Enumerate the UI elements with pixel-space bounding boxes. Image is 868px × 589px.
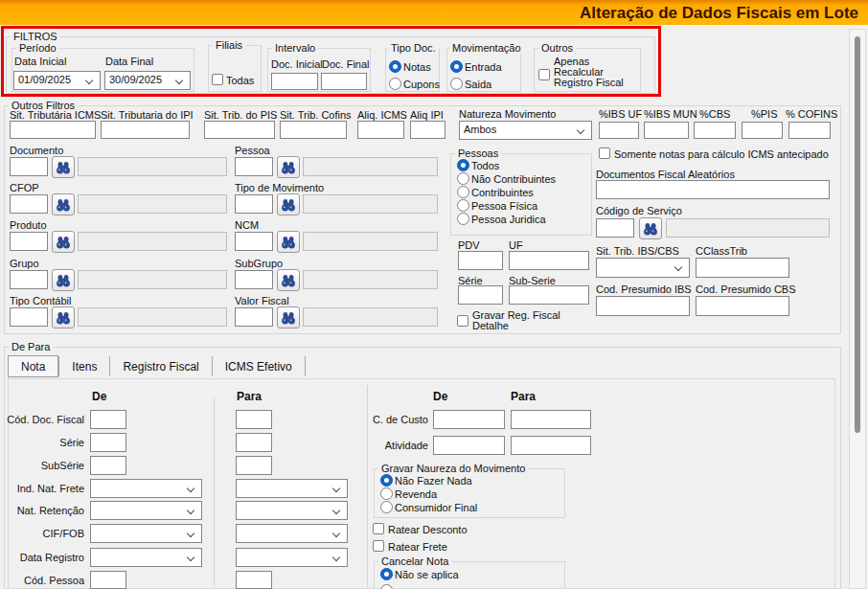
doc-fiscal-aleatorios-input[interactable] bbox=[596, 180, 830, 199]
cofins-input[interactable] bbox=[788, 122, 831, 139]
cfop-search-button[interactable] bbox=[52, 193, 75, 215]
cif-fob-de-select[interactable] bbox=[90, 524, 202, 543]
sit-tributaria-ipi-input[interactable] bbox=[101, 121, 190, 139]
cod-pessoa-de-input[interactable] bbox=[90, 571, 126, 589]
pessoas-pessoa-fisica-label: Pessoa Física bbox=[471, 200, 537, 212]
tab-itens[interactable]: Itens bbox=[59, 355, 109, 377]
revenda-radio[interactable] bbox=[380, 487, 393, 500]
subgrupo-input[interactable] bbox=[235, 270, 273, 289]
atividade-de-input[interactable] bbox=[433, 436, 505, 455]
pessoas-contribuintes-radio[interactable] bbox=[457, 186, 469, 198]
data-final-select[interactable]: 30/09/2025 bbox=[104, 71, 191, 90]
data-registro-de-select[interactable] bbox=[90, 548, 202, 567]
ratear-desconto-checkbox[interactable] bbox=[373, 523, 384, 534]
cod-presumido-cbs-input[interactable] bbox=[696, 296, 789, 316]
vertical-scrollbar-thumb[interactable] bbox=[855, 36, 860, 433]
pessoa-search-button[interactable] bbox=[277, 156, 300, 178]
tipo-contabil-search-button[interactable] bbox=[52, 306, 75, 328]
produto-search-button[interactable] bbox=[52, 231, 75, 253]
entrada-radio[interactable] bbox=[450, 60, 463, 73]
cbs-input[interactable] bbox=[694, 122, 736, 139]
pessoas-pessoa-juridica-radio[interactable] bbox=[457, 213, 469, 225]
grupo-search-button[interactable] bbox=[52, 269, 75, 291]
nat-retencao-para-select[interactable] bbox=[236, 501, 348, 520]
ratear-frete-checkbox[interactable] bbox=[373, 540, 384, 552]
cod-presumido-ibs-input[interactable] bbox=[596, 296, 690, 316]
pdv-label: PDV bbox=[458, 239, 480, 251]
valor-fiscal-input[interactable] bbox=[235, 307, 273, 327]
ncm-input[interactable] bbox=[235, 232, 273, 251]
ind-nat-frete-de-select[interactable] bbox=[90, 479, 202, 498]
subserie-de-input[interactable] bbox=[90, 456, 126, 475]
aliq-ipi-input[interactable] bbox=[410, 121, 445, 139]
data-registro-para-select[interactable] bbox=[236, 548, 348, 567]
atividade-para-input[interactable] bbox=[511, 436, 591, 455]
valor-fiscal-description-field bbox=[303, 307, 438, 327]
ncm-search-button[interactable] bbox=[277, 231, 300, 253]
subgrupo-search-button[interactable] bbox=[277, 269, 300, 291]
sit-trib-cofins-input[interactable] bbox=[280, 121, 347, 139]
cod-pessoa-para-input[interactable] bbox=[236, 571, 272, 589]
produto-label: Produto bbox=[10, 219, 47, 231]
window-title: Alteração de Dados Fiscais em Lote bbox=[580, 0, 858, 25]
left-de-header: De bbox=[92, 390, 106, 403]
c-de-custo-para-input[interactable] bbox=[511, 410, 591, 429]
c-de-custo-de-input[interactable] bbox=[433, 410, 505, 429]
data-inicial-select[interactable]: 01/09/2025 bbox=[13, 71, 101, 90]
valor-fiscal-search-button[interactable] bbox=[277, 306, 300, 328]
nao-fazer-nada-label: Não Fazer Nada bbox=[395, 475, 472, 487]
cclasstrib-input[interactable] bbox=[696, 258, 789, 278]
natureza-movimento-select[interactable]: Ambos bbox=[459, 121, 592, 140]
ibs-mun-input[interactable] bbox=[644, 122, 689, 139]
documento-input[interactable] bbox=[10, 157, 48, 176]
codigo-servico-input[interactable] bbox=[596, 218, 634, 238]
saida-radio[interactable] bbox=[450, 78, 463, 90]
todas-checkbox[interactable] bbox=[212, 74, 223, 85]
cod-doc-fiscal-para-input[interactable] bbox=[236, 410, 272, 429]
tipo-movimento-search-button[interactable] bbox=[277, 193, 300, 215]
ind-nat-frete-para-select[interactable] bbox=[236, 479, 348, 498]
uf-input[interactable] bbox=[509, 251, 589, 270]
pessoas-nao-contribuintes-radio[interactable] bbox=[457, 172, 469, 185]
pessoas-todos-radio[interactable] bbox=[457, 159, 469, 171]
sit-trib-ibs-cbs-select[interactable] bbox=[596, 258, 690, 278]
tab-icms-efetivo[interactable]: ICMS Efetivo bbox=[213, 355, 305, 377]
tipo-contabil-description-field bbox=[78, 307, 227, 327]
doc-inicial-input[interactable] bbox=[271, 73, 318, 90]
serie-de-input[interactable] bbox=[90, 433, 126, 452]
sit-trib-pis-input[interactable] bbox=[204, 121, 275, 139]
pdv-input[interactable] bbox=[458, 251, 503, 270]
sit-tributaria-icms-input[interactable] bbox=[10, 121, 96, 139]
cif-fob-para-select[interactable] bbox=[236, 524, 348, 543]
cfop-input[interactable] bbox=[10, 194, 48, 214]
sub-serie-input[interactable] bbox=[509, 285, 589, 305]
nat-retencao-de-select[interactable] bbox=[90, 501, 202, 520]
cupons-radio[interactable] bbox=[389, 78, 401, 90]
somente-notas-checkbox[interactable] bbox=[599, 147, 610, 159]
ibs-uf-input[interactable] bbox=[599, 122, 639, 139]
gravar-reg-fiscal-checkbox[interactable] bbox=[457, 315, 468, 327]
pis-input[interactable] bbox=[742, 122, 783, 139]
notas-radio[interactable] bbox=[389, 60, 401, 73]
doc-final-input[interactable] bbox=[321, 73, 367, 90]
tipo-movimento-input[interactable] bbox=[235, 194, 273, 214]
notas-label: Notas bbox=[403, 61, 431, 73]
tab-nota[interactable]: Nota bbox=[8, 355, 58, 377]
tab-registro-fiscal[interactable]: Registro Fiscal bbox=[110, 355, 211, 377]
documento-search-button[interactable] bbox=[52, 156, 75, 178]
codigo-servico-search-button[interactable] bbox=[639, 217, 662, 239]
nao-se-aplica-radio[interactable] bbox=[380, 568, 393, 580]
grupo-input[interactable] bbox=[10, 270, 48, 289]
pessoa-input[interactable] bbox=[235, 157, 273, 176]
pessoas-pessoa-fisica-radio[interactable] bbox=[457, 199, 469, 212]
apenas-recalcular-checkbox[interactable] bbox=[538, 69, 550, 80]
nao-fazer-nada-radio[interactable] bbox=[380, 474, 393, 487]
tipo-contabil-input[interactable] bbox=[10, 307, 48, 327]
produto-input[interactable] bbox=[10, 232, 48, 251]
consumidor-final-radio[interactable] bbox=[380, 501, 393, 513]
aliq-icms-input[interactable] bbox=[357, 121, 404, 139]
subserie-para-input[interactable] bbox=[236, 456, 272, 475]
serie-input[interactable] bbox=[458, 285, 503, 305]
cod-doc-fiscal-de-input[interactable] bbox=[90, 410, 126, 429]
serie-para-input[interactable] bbox=[236, 433, 272, 452]
